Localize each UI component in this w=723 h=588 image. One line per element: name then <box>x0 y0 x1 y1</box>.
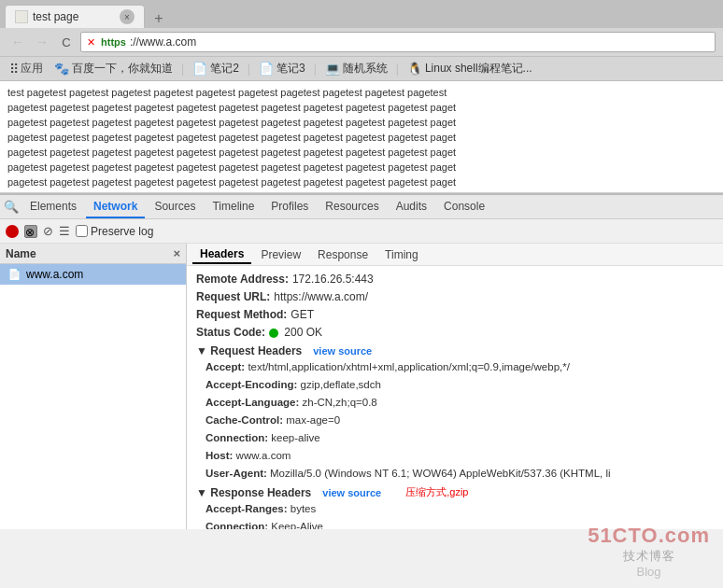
tab-bar: test page × + <box>0 0 723 28</box>
tab-sources[interactable]: Sources <box>147 196 203 218</box>
clear-button[interactable]: ⊗ <box>24 225 37 238</box>
connection-row: Connection: keep-alive <box>206 430 714 446</box>
watermark: 51CTO.com 技术博客 Blog <box>588 524 710 579</box>
devtools-panel: 🔍 Elements Network Sources Timeline Prof… <box>0 193 723 529</box>
tab-title: test page <box>33 10 115 23</box>
page-text: test pagetest pagetest pagetest pagetest… <box>7 87 456 193</box>
separator4: | <box>396 63 399 76</box>
network-right-pane: Headers Preview Response Timing Remote A… <box>187 244 723 529</box>
accept-language-row: Accept-Language: zh-CN,zh;q=0.8 <box>206 395 714 411</box>
devtools-tab-bar: 🔍 Elements Network Sources Timeline Prof… <box>0 195 723 219</box>
pane-header: Name × <box>0 244 186 264</box>
apps-label: 应用 <box>21 61 43 77</box>
request-url-row: Request URL: https://www.a.com/ <box>196 289 714 305</box>
bookmarks-bar: ⠿ 应用 🐾 百度一下，你就知道 | 📄 笔记2 | 📄 笔记3 | 💻 随机系… <box>0 56 723 80</box>
bookmark-random[interactable]: 💻 随机系统 <box>321 60 391 77</box>
request-method-label: Request Method: <box>196 307 287 323</box>
note3-label: 笔记3 <box>276 61 305 77</box>
back-button[interactable]: ← <box>7 32 28 52</box>
url-https-label: https <box>101 36 126 48</box>
bookmark-note2[interactable]: 📄 笔记2 <box>189 60 243 77</box>
rt-tab-timing[interactable]: Timing <box>377 246 426 263</box>
request-method-value: GET <box>291 307 314 323</box>
tab-elements[interactable]: Elements <box>22 196 84 218</box>
preserve-log-input[interactable] <box>76 225 88 237</box>
accept-ranges-row: Accept-Ranges: bytes <box>206 501 714 517</box>
status-green-dot <box>269 329 278 338</box>
tab-console[interactable]: Console <box>436 196 492 218</box>
browser-chrome: test page × + ← → C ✕ https ://www.a.com… <box>0 0 723 81</box>
bookmark-baidu[interactable]: 🐾 百度一下，你就知道 <box>50 60 177 77</box>
devtools-search-icon[interactable]: 🔍 <box>4 200 19 214</box>
tab-close-button[interactable]: × <box>120 9 135 24</box>
tab-timeline[interactable]: Timeline <box>205 196 262 218</box>
record-button[interactable] <box>6 225 19 238</box>
url-bar[interactable]: ✕ https ://www.a.com <box>80 32 716 52</box>
tab-network[interactable]: Network <box>86 196 145 218</box>
rt-tab-preview[interactable]: Preview <box>253 246 308 263</box>
note3-icon: 📄 <box>259 62 274 76</box>
bookmark-linux[interactable]: 🐧 Linux shell编程笔记... <box>404 60 536 77</box>
random-icon: 💻 <box>325 62 340 76</box>
request-method-row: Request Method: GET <box>196 307 714 323</box>
browser-tab[interactable]: test page × <box>5 5 145 28</box>
status-code-row: Status Code: 200 OK <box>196 325 714 341</box>
new-tab-button[interactable]: + <box>149 9 168 28</box>
apps-icon: ⠿ <box>9 62 19 77</box>
linux-icon: 🐧 <box>407 62 422 76</box>
view-source-1[interactable]: view source <box>313 345 372 357</box>
apps-button[interactable]: ⠿ 应用 <box>6 60 47 77</box>
list-icon[interactable]: ☰ <box>59 224 70 238</box>
rt-tab-headers[interactable]: Headers <box>192 245 251 264</box>
request-url-label: Request URL: <box>196 289 270 305</box>
remote-address-value: 172.16.26.5:443 <box>292 272 374 287</box>
url-lock-icon: ✕ <box>87 36 95 49</box>
annotation-gzip: 压缩方式,gzip <box>405 486 468 497</box>
note2-label: 笔记2 <box>210 61 239 77</box>
separator2: | <box>248 63 250 76</box>
watermark-line2: 技术博客 <box>588 548 710 565</box>
host-row: Host: www.a.com <box>206 448 714 464</box>
watermark-line3: Blog <box>588 565 710 579</box>
network-toolbar: ⊗ ⊘ ☰ Preserve log <box>0 219 723 244</box>
tab-audits[interactable]: Audits <box>389 196 434 218</box>
separator: | <box>181 63 184 76</box>
note2-icon: 📄 <box>192 62 207 76</box>
accept-row: Accept: text/html,application/xhtml+xml,… <box>206 359 714 375</box>
baidu-label: 百度一下，你就知道 <box>72 61 173 77</box>
cache-control-row: Cache-Control: max-age=0 <box>206 413 714 428</box>
bookmark-note3[interactable]: 📄 笔记3 <box>255 60 309 77</box>
remote-address-row: Remote Address: 172.16.26.5:443 <box>196 272 714 287</box>
rt-tab-response[interactable]: Response <box>310 246 376 263</box>
refresh-button[interactable]: C <box>56 32 77 52</box>
status-code-value: 200 OK <box>269 325 322 341</box>
tab-profiles[interactable]: Profiles <box>263 196 316 218</box>
separator3: | <box>314 63 317 76</box>
preserve-log-checkbox[interactable]: Preserve log <box>76 225 153 238</box>
pane-close-button[interactable]: × <box>173 246 180 260</box>
network-panel-body: Name × 📄 www.a.com Headers Preview Respo… <box>0 244 723 529</box>
request-url-value: https://www.a.com/ <box>274 289 368 305</box>
request-headers-section: ▼ Request Headers view source <box>196 344 714 357</box>
view-source-2[interactable]: view source <box>322 487 381 498</box>
network-item-name: www.a.com <box>26 268 83 281</box>
remote-address-label: Remote Address: <box>196 272 289 287</box>
preserve-log-label: Preserve log <box>91 225 153 238</box>
name-column-header: Name <box>6 247 36 260</box>
watermark-line1: 51CTO.com <box>588 524 710 548</box>
right-tab-bar: Headers Preview Response Timing <box>187 244 723 266</box>
headers-content: Remote Address: 172.16.26.5:443 Request … <box>187 266 723 529</box>
linux-label: Linux shell编程笔记... <box>425 61 532 77</box>
file-icon: 📄 <box>7 268 21 281</box>
random-label: 随机系统 <box>343 61 388 77</box>
accept-encoding-row: Accept-Encoding: gzip,deflate,sdch <box>206 377 714 393</box>
forward-button[interactable]: → <box>32 32 52 52</box>
network-item-row[interactable]: 📄 www.a.com <box>0 264 186 285</box>
address-bar: ← → C ✕ https ://www.a.com <box>0 28 723 56</box>
filter-icon[interactable]: ⊘ <box>43 224 53 238</box>
baidu-icon: 🐾 <box>54 62 69 76</box>
user-agent-row: User-Agent: Mozilla/5.0 (Windows NT 6.1;… <box>206 466 714 482</box>
tab-resources[interactable]: Resources <box>318 196 386 218</box>
tab-favicon <box>15 10 28 23</box>
url-host-text: ://www.a.com <box>130 35 196 49</box>
